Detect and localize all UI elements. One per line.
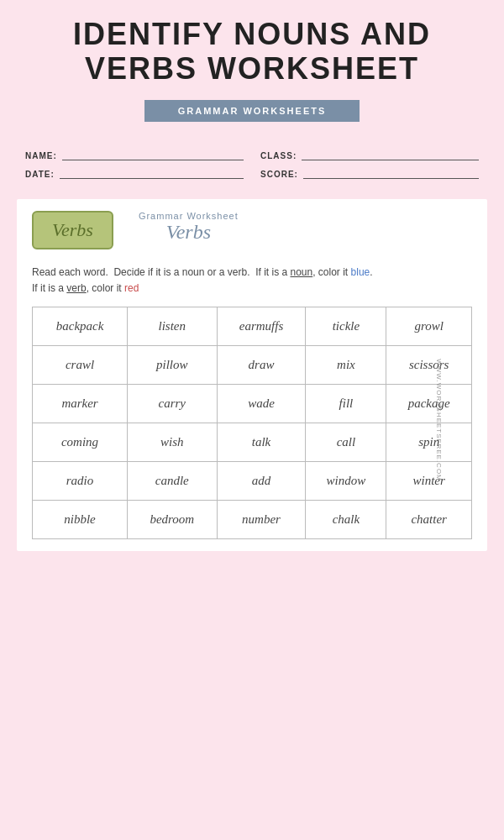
grammar-subtitle: Grammar Worksheet Verbs [139,211,239,244]
name-input[interactable] [62,147,244,160]
table-cell: listen [128,307,217,346]
table-cell: tickle [306,307,386,346]
table-cell: mix [306,346,386,385]
table-cell: wade [217,385,306,423]
grammar-label: Grammar Worksheet [139,211,239,221]
table-cell: pillow [128,346,217,385]
table-cell: spin [386,423,472,462]
table-cell: carry [128,385,217,423]
table-cell: growl [386,307,472,346]
table-cell: earmuffs [217,307,306,346]
score-label: SCORE: [260,170,298,179]
class-field: CLASS: [260,147,479,160]
form-row-1: NAME: CLASS: [25,147,479,160]
table-cell: crawl [33,346,128,385]
subtitle-badge: GRAMMAR WORKSHEETS [144,100,360,122]
name-label: NAME: [25,151,57,160]
class-label: CLASS: [260,151,297,160]
table-cell: chalk [306,501,386,539]
name-field: NAME: [25,147,244,160]
table-row: backpacklistenearmuffsticklegrowl [33,307,472,346]
date-field: DATE: [25,165,244,179]
header: IDENTIFY NOUNS AND VERBS WORKSHEET GRAMM… [0,0,504,144]
table-cell: coming [33,423,128,462]
table-cell: scissors [386,346,472,385]
side-watermark: WWW.WORKSHEETSFREE.COM [436,359,444,481]
form-row-2: DATE: SCORE: [25,165,479,179]
table-row: radiocandleaddwindowwinter [33,462,472,501]
table-cell: call [306,423,386,462]
class-input[interactable] [302,147,479,160]
table-cell: bedroom [128,501,217,539]
score-field: SCORE: [260,165,479,179]
verbs-title: Verbs [166,221,211,243]
table-row: comingwishtalkcallspin [33,423,472,462]
table-cell: fill [306,385,386,423]
score-input[interactable] [303,165,479,179]
main-title: IDENTIFY NOUNS AND VERBS WORKSHEET [25,17,479,87]
table-cell: wish [128,423,217,462]
table-cell: number [217,501,306,539]
table-cell: nibble [33,501,128,539]
content-area: Verbs Grammar Worksheet Verbs Read each … [17,199,487,551]
instructions: Read each word. Decide if it is a noun o… [32,265,472,297]
table-cell: winter [386,462,472,501]
table-row: markercarrywadefillpackage [33,385,472,423]
table-cell: talk [217,423,306,462]
table-cell: chatter [386,501,472,539]
form-section: NAME: CLASS: DATE: SCORE: [0,144,504,191]
table-cell: marker [33,385,128,423]
date-input[interactable] [60,165,244,179]
table-cell: radio [33,462,128,501]
table-cell: add [217,462,306,501]
table-cell: draw [217,346,306,385]
table-row: nibblebedroomnumberchalkchatter [33,501,472,539]
date-label: DATE: [25,170,55,179]
word-table: backpacklistenearmuffsticklegrowlcrawlpi… [32,307,472,539]
verbs-badge: Verbs [32,211,113,249]
table-cell: candle [128,462,217,501]
table-cell: window [306,462,386,501]
page: WWW.WORKSHEETSFREE.COM IDENTIFY NOUNS AN… [0,0,504,840]
table-cell: backpack [33,307,128,346]
table-row: crawlpillowdrawmixscissors [33,346,472,385]
table-cell: package [386,385,472,423]
